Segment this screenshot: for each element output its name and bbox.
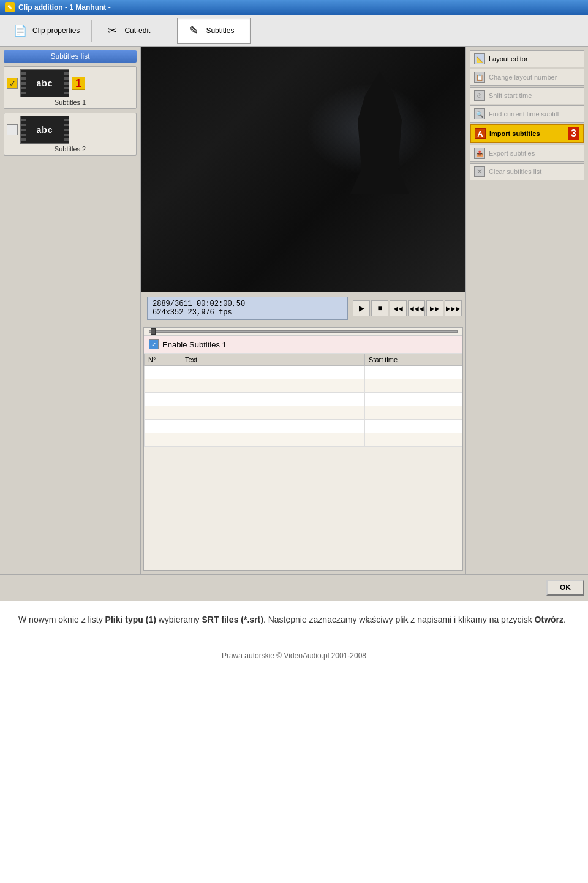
fast-forward-button[interactable]: ▶▶ [426,300,443,316]
table-row[interactable] [145,393,462,406]
shift-start-label: Shift start time [489,92,532,99]
main-content: 2889/3611 00:02:00,50 624x352 23,976 fps… [141,47,466,574]
text-intro: W nowym oknie z listy [18,615,105,624]
cell-start [365,393,462,406]
cell-start [365,366,462,379]
shift-start-icon: ⏱ [474,90,485,101]
text-bold1: Pliki typu (1) [105,615,156,624]
sidebar: Subtitles list ✓ abc 1 Subtitles 1 abc S… [0,47,141,574]
video-info-line1: 2889/3611 00:02:00,50 [153,300,342,308]
title-bar: ✎ Clip addition - 1 Manhunt - [0,0,588,15]
bottom-bar: OK [0,574,588,601]
clear-subtitles-label: Clear subtitles list [489,168,541,175]
cell-text[interactable] [181,420,365,433]
cut-edit-icon: ✂ [104,22,121,39]
layout-editor-button[interactable]: 📐 Layout editor [470,50,584,67]
cell-text[interactable] [181,406,365,420]
cell-text[interactable] [181,433,365,447]
change-layout-icon: 📋 [474,72,485,83]
cell-start [365,433,462,447]
clip-properties-label: Clip properties [32,26,80,35]
toolbar-btn-subtitles[interactable]: ✎ Subtitles [177,18,251,44]
step-forward-button[interactable]: ▶▶▶ [445,300,462,316]
page-footer: Prawa autorskie © VideoAudio.pl 2001-200… [0,639,588,672]
subtitle-item-1[interactable]: ✓ abc 1 Subtitles 1 [4,66,137,109]
subtitle-2-label: Subtitles 2 [55,145,86,153]
subtitle-1-thumb-text: abc [36,78,53,88]
clip-properties-icon: 📄 [12,22,29,39]
text-bold2: SRT files (*.srt) [202,615,263,624]
cell-start [365,379,462,393]
cell-n [145,406,181,420]
step-back-button[interactable]: ◀◀ [390,300,407,316]
cell-n [145,366,181,379]
find-current-label: Find current time subtitl [489,110,559,118]
clear-subtitles-button: ✕ Clear subtitles list [470,163,584,180]
export-subtitles-button: 📤 Export subtitles [470,145,584,162]
text-content: W nowym oknie z listy Pliki typu (1) wyb… [0,601,588,639]
subtitle-1-checkbox[interactable]: ✓ [7,78,18,89]
subtitle-table: N° Text Start time [144,354,462,570]
rewind-button[interactable]: ◀◀◀ [408,300,425,316]
toolbar-separator-2 [173,20,173,42]
col-header-n: N° [145,354,181,366]
text-bold3: Otwórz [535,615,564,624]
footer-text: Prawa autorskie © VideoAudio.pl 2001-200… [222,651,366,660]
cell-n [145,420,181,433]
toolbar-btn-clip-properties[interactable]: 📄 Clip properties [4,18,88,44]
video-info-bar: 2889/3611 00:02:00,50 624x352 23,976 fps [147,297,348,320]
layout-editor-label: Layout editor [489,55,528,63]
import-subtitles-label: Import subtitles [489,130,540,137]
subtitle-editor: ✓ Enable Subtitles 1 N° Text Start time [143,327,463,571]
subtitle-1-label: Subtitles 1 [55,99,86,106]
slider-thumb[interactable] [151,328,156,335]
right-panel: 📐 Layout editor 📋 Change layout number ⏱… [466,47,588,574]
subtitles-icon: ✎ [185,22,202,39]
subtitle-2-checkbox[interactable] [7,124,18,135]
shift-start-time-button: ⏱ Shift start time [470,87,584,104]
change-layout-number-button: 📋 Change layout number [470,69,584,86]
change-layout-label: Change layout number [489,74,557,81]
ok-button[interactable]: OK [546,580,584,596]
subtitle-2-thumbnail: abc [20,116,69,144]
app-body: Subtitles list ✓ abc 1 Subtitles 1 abc S… [0,47,588,574]
cell-n [145,393,181,406]
cell-text[interactable] [181,393,365,406]
enable-subtitles-checkbox[interactable]: ✓ [149,339,159,349]
table-row[interactable] [145,366,462,379]
find-current-time-button: 🔍 Find current time subtitl [470,105,584,123]
video-area [141,47,466,292]
find-current-icon: 🔍 [474,108,485,119]
import-subtitles-button[interactable]: A Import subtitles 3 [470,124,584,143]
col-header-starttime: Start time [365,354,462,366]
cell-n [145,379,181,393]
instruction-paragraph: W nowym oknie z listy Pliki typu (1) wyb… [18,613,570,626]
text-end: . [564,615,566,624]
title-bar-text: Clip addition - 1 Manhunt - [18,3,111,12]
subtitle-1-thumbnail: abc [20,69,69,97]
export-subtitles-icon: 📤 [474,148,485,159]
video-placeholder [141,47,466,292]
app-icon: ✎ [5,2,15,12]
sidebar-header: Subtitles list [4,50,137,63]
table-row[interactable] [145,420,462,433]
col-header-text: Text [181,354,365,366]
play-button[interactable]: ▶ [353,300,370,316]
table-row[interactable] [145,379,462,393]
table-row[interactable] [145,406,462,420]
enable-subtitles-label: Enable Subtitles 1 [162,340,227,349]
cell-text[interactable] [181,366,365,379]
toolbar-btn-cut-edit[interactable]: ✂ Cut-edit [96,18,169,44]
table-row[interactable] [145,433,462,447]
text-mid: wybieramy [156,615,202,624]
slider-track[interactable] [149,330,458,333]
playback-controls: ▶ ■ ◀◀ ◀◀◀ ▶▶ ▶▶▶ [353,294,462,322]
slider-area[interactable] [144,328,462,336]
cell-text[interactable] [181,379,365,393]
subtitles-label: Subtitles [206,26,234,35]
toolbar-separator-1 [91,20,92,42]
subtitle-item-2[interactable]: abc Subtitles 2 [4,113,137,156]
stop-button[interactable]: ■ [371,300,388,316]
subtitle-1-number-badge: 1 [72,77,85,90]
subtitle-item-2-row: abc [7,116,134,144]
